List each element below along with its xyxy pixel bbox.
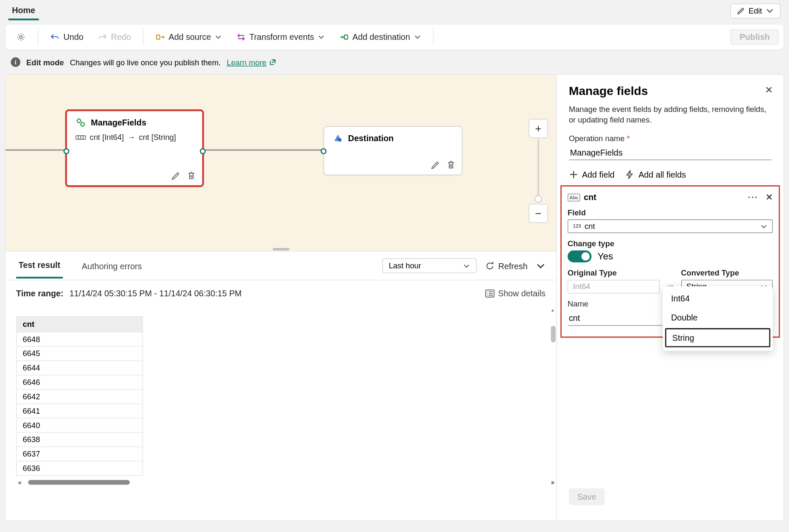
undo-button[interactable]: Undo bbox=[44, 30, 89, 45]
node-title: ManageFields bbox=[91, 118, 146, 128]
node-manage-fields[interactable]: ManageFields cnt [Int64] → cnt [String] bbox=[65, 109, 204, 187]
save-button[interactable]: Save bbox=[569, 488, 604, 505]
transform-icon bbox=[236, 32, 246, 42]
converted-type-dropdown: Int64DoubleString bbox=[663, 287, 772, 351]
learn-more-link[interactable]: Learn more bbox=[227, 58, 276, 67]
node-title: Destination bbox=[348, 133, 394, 143]
transform-button[interactable]: Transform events bbox=[230, 30, 331, 45]
add-field-button[interactable]: Add field bbox=[569, 170, 615, 180]
redo-label: Redo bbox=[111, 32, 131, 42]
info-message: Changes will go live once you publish th… bbox=[70, 58, 221, 67]
edit-button[interactable]: Edit bbox=[730, 3, 781, 18]
table-row[interactable]: 6648 bbox=[17, 332, 143, 346]
table-row[interactable]: 6642 bbox=[17, 390, 143, 404]
table-row[interactable]: 6645 bbox=[17, 346, 143, 361]
refresh-label: Refresh bbox=[498, 261, 527, 270]
flow-canvas[interactable]: ManageFields cnt [Int64] → cnt [String] bbox=[6, 75, 557, 251]
zoom-in-button[interactable]: + bbox=[529, 119, 548, 138]
edit-node-icon[interactable] bbox=[431, 160, 440, 170]
table-row[interactable]: 6636 bbox=[17, 461, 143, 476]
scroll-left-icon[interactable]: ◀ bbox=[16, 480, 22, 485]
delete-node-icon[interactable] bbox=[446, 160, 456, 170]
publish-button[interactable]: Publish bbox=[730, 29, 779, 45]
table-cell: 6645 bbox=[17, 346, 143, 361]
tab-authoring-errors[interactable]: Authoring errors bbox=[79, 254, 144, 278]
input-port[interactable] bbox=[321, 148, 327, 154]
chevron-down-icon[interactable] bbox=[536, 261, 546, 270]
output-port[interactable] bbox=[200, 148, 206, 154]
edit-node-icon[interactable] bbox=[171, 171, 181, 181]
zoom-out-button[interactable]: − bbox=[529, 204, 548, 223]
svg-point-3 bbox=[77, 119, 81, 123]
panel-title: Manage fields bbox=[557, 84, 783, 104]
table-row[interactable]: 6646 bbox=[17, 375, 143, 390]
time-range-label: Time range: bbox=[16, 289, 64, 298]
close-card-icon[interactable]: ✕ bbox=[766, 193, 773, 203]
field-select-value: cnt bbox=[585, 222, 595, 231]
add-destination-label: Add destination bbox=[353, 32, 410, 42]
time-range-select[interactable]: Last hour bbox=[382, 258, 477, 273]
scroll-right-icon[interactable]: ▶ bbox=[550, 480, 556, 485]
table-row[interactable]: 6644 bbox=[17, 361, 143, 375]
undo-label: Undo bbox=[63, 32, 83, 42]
svg-point-0 bbox=[20, 36, 22, 38]
number-type-icon: 123 bbox=[573, 224, 581, 229]
transform-label: Transform events bbox=[249, 32, 314, 42]
node-destination[interactable]: Destination bbox=[324, 126, 462, 175]
operation-name-input[interactable] bbox=[569, 145, 772, 160]
plus-icon bbox=[569, 170, 579, 180]
destination-icon bbox=[339, 32, 349, 42]
add-field-label: Add field bbox=[582, 170, 615, 180]
field-card: Abc cnt ··· ✕ Field 123 cnt bbox=[560, 186, 780, 338]
change-type-toggle[interactable] bbox=[568, 251, 591, 262]
scroll-thumb[interactable] bbox=[551, 326, 556, 342]
table-row[interactable]: 6638 bbox=[17, 432, 143, 447]
col-header[interactable]: cnt bbox=[17, 317, 143, 332]
field-select[interactable]: 123 cnt bbox=[568, 220, 773, 233]
vertical-scrollbar[interactable]: ▲ ▼ bbox=[550, 306, 556, 486]
scroll-thumb[interactable] bbox=[28, 480, 130, 485]
scroll-up-icon[interactable]: ▲ bbox=[550, 307, 555, 313]
add-all-label: Add all fields bbox=[638, 170, 686, 180]
field-source: cnt [Int64] bbox=[90, 133, 124, 142]
dropdown-option[interactable]: Int64 bbox=[663, 289, 772, 308]
original-type-display: Int64 bbox=[568, 280, 659, 293]
table-row[interactable]: 6641 bbox=[17, 404, 143, 418]
info-icon: i bbox=[11, 57, 20, 67]
source-icon bbox=[156, 32, 165, 42]
tab-test-result[interactable]: Test result bbox=[16, 253, 63, 279]
close-panel-icon[interactable]: ✕ bbox=[765, 84, 772, 96]
add-source-label: Add source bbox=[169, 32, 211, 42]
change-type-label: Change type bbox=[568, 240, 773, 248]
add-all-fields-button[interactable]: Add all fields bbox=[625, 170, 686, 180]
refresh-icon bbox=[485, 261, 495, 270]
table-cell: 6640 bbox=[17, 418, 143, 432]
table-cell: 6646 bbox=[17, 375, 143, 390]
settings-button[interactable] bbox=[10, 30, 32, 45]
dropdown-option[interactable]: Double bbox=[663, 308, 772, 327]
chevron-down-icon bbox=[318, 33, 325, 41]
time-range-text: 11/14/24 05:30:15 PM - 11/14/24 06:30:15… bbox=[70, 289, 242, 298]
expand-icon bbox=[485, 289, 495, 298]
edit-mode-label: Edit mode bbox=[26, 58, 64, 67]
input-port[interactable] bbox=[63, 148, 69, 154]
show-details-button[interactable]: Show details bbox=[485, 289, 546, 298]
tab-home[interactable]: Home bbox=[8, 2, 39, 20]
table-row[interactable]: 6637 bbox=[17, 447, 143, 461]
horizontal-scrollbar[interactable]: ◀ ▶ bbox=[16, 479, 556, 486]
manage-fields-panel: ✕ Manage fields Manage the event fields … bbox=[556, 75, 783, 521]
table-cell: 6642 bbox=[17, 390, 143, 404]
time-range-value: Last hour bbox=[389, 261, 421, 270]
add-source-button[interactable]: Add source bbox=[149, 30, 227, 45]
add-destination-button[interactable]: Add destination bbox=[333, 30, 427, 45]
table-row[interactable]: 6640 bbox=[17, 418, 143, 432]
refresh-button[interactable]: Refresh bbox=[485, 261, 527, 270]
delete-node-icon[interactable] bbox=[187, 171, 196, 181]
more-icon[interactable]: ··· bbox=[748, 193, 758, 203]
zoom-slider[interactable] bbox=[538, 139, 539, 203]
redo-button[interactable]: Redo bbox=[92, 30, 137, 45]
destination-node-icon bbox=[333, 133, 343, 143]
zoom-thumb[interactable] bbox=[535, 195, 542, 203]
dropdown-option[interactable]: String bbox=[665, 329, 770, 348]
manage-fields-icon bbox=[76, 117, 86, 128]
